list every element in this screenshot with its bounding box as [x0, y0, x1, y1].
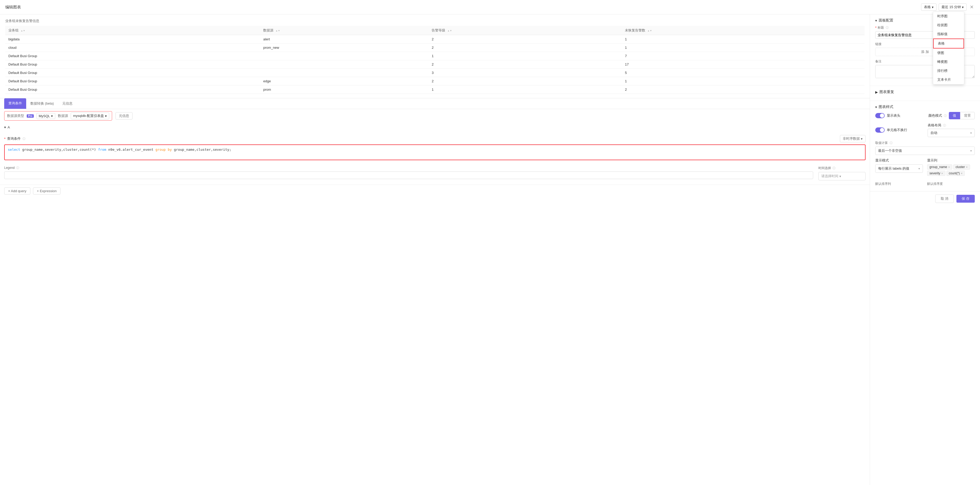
no-wrap-toggle[interactable] [875, 128, 885, 132]
show-header-toggle[interactable] [875, 113, 885, 118]
sort-icon: ▲▼ [21, 29, 25, 32]
dropdown-item-pie[interactable]: 饼图 [933, 48, 964, 57]
chart-style-section: ▾ 图表样式 显示表头 颜色模式 ⓘ 值 背景 [870, 101, 980, 191]
tag-label: group_name [929, 165, 947, 169]
sort-icon: ▲▼ [648, 29, 652, 32]
chart-repeat-header[interactable]: ▶ 图表重复 [875, 90, 975, 94]
cell-count: 1 [622, 77, 864, 85]
table-row: Default Busi Group edge 2 1 [5, 77, 864, 85]
dropdown-item-metric[interactable]: 指标值 [933, 30, 964, 38]
meta-button[interactable]: 元信息 [116, 112, 132, 120]
tab-meta-info[interactable]: 元信息 [58, 99, 77, 109]
dropdown-item-ranking[interactable]: 排行榜 [933, 66, 964, 75]
datasource-label: 数据源 [58, 113, 68, 118]
query-condition-label: 查询条件 [7, 136, 21, 141]
col-header-unresolved[interactable]: 未恢复告警数 ▲▼ [622, 26, 864, 35]
dropdown-item-table[interactable]: 表格 [933, 38, 964, 48]
tag-close-button[interactable]: × [961, 172, 963, 175]
layout-label: 表格布局 ⓘ [928, 123, 975, 128]
chart-type-button[interactable]: 表格 ▾ [921, 3, 937, 11]
time-range-button[interactable]: 最近 15 分钟 ▾ [939, 3, 967, 11]
non-time-button[interactable]: 非时序数据 ▾ [840, 135, 865, 142]
tag-close-button[interactable]: × [948, 166, 950, 169]
cell-level: 1 [428, 85, 622, 94]
cancel-button[interactable]: 取 消 [935, 195, 954, 203]
chevron-down-icon: ▾ [875, 19, 877, 22]
cell-count: 1 [622, 43, 864, 52]
cell-level: 2 [428, 43, 622, 52]
color-mode-background[interactable]: 背景 [960, 112, 975, 119]
sql-table: n9e_v6.alert_cur_event [108, 148, 156, 152]
chevron-down-icon: ▾ [861, 137, 863, 141]
col-header-alert-level[interactable]: 告警等级 ▲▼ [428, 26, 622, 35]
save-button[interactable]: 保 存 [956, 195, 975, 203]
tab-query-condition[interactable]: 查询条件 [4, 98, 26, 109]
cell-level: 3 [428, 69, 622, 77]
tag-cluster: cluster × [953, 164, 970, 170]
chevron-right-icon: ▶ [875, 90, 878, 94]
cell-level: 2 [428, 60, 622, 69]
display-columns-row: 显示模式 每行展示 labels 的值 ▾ 显示列 group_name × [875, 158, 975, 179]
tag-close-button[interactable]: × [966, 166, 967, 169]
legend-time-row: Legend ⓘ 时间选择 ⓘ 请选择时间 ▾ [0, 163, 870, 185]
dropdown-item-heatmap[interactable]: 蜂窝图 [933, 57, 964, 66]
calc-label: 取值计算 ⓘ [875, 141, 975, 145]
calc-select[interactable]: 最后一个非空值 ▾ [875, 147, 975, 155]
chevron-down-icon: ▾ [932, 5, 934, 9]
chevron-down-icon: ▾ [962, 5, 964, 9]
tag-label: cluster [956, 165, 965, 169]
cell-business: Default Busi Group [5, 77, 260, 85]
chevron-down-icon: ▾ [875, 105, 877, 109]
add-query-button[interactable]: + Add query [4, 187, 30, 195]
cell-datasource: alert [260, 35, 428, 43]
dropdown-item-text-card[interactable]: 文本卡片 [933, 75, 964, 84]
tag-group-name: group_name × [927, 164, 952, 170]
cell-level: 2 [428, 77, 622, 85]
col-header-business-group[interactable]: 业务组 ▲▼ [5, 26, 260, 35]
dropdown-item-bar[interactable]: 柱状图 [933, 21, 964, 30]
datasource-config-row: 数据源类型 Pro MySQL ▾ 数据源 mysqldb-配置仪表盘 ▾ [4, 111, 112, 121]
chevron-down-icon: ▾ [4, 125, 6, 129]
chart-style-header[interactable]: ▾ 图表样式 [875, 105, 975, 109]
display-mode-select[interactable]: 每行展示 labels 的值 ▾ [875, 164, 923, 173]
display-mode-col: 显示模式 每行展示 labels 的值 ▾ [875, 158, 923, 176]
query-area: 查询条件 数据转换 (beta) 元信息 数据源类型 Pro MySQL ▾ [0, 98, 870, 197]
cell-datasource [260, 52, 428, 60]
required-star: * [4, 137, 5, 141]
table-preview: 业务组未恢复告警信息 业务组 ▲▼ 数据源 ▲▼ 告警等级 [0, 14, 870, 98]
info-icon: ⓘ [832, 166, 835, 170]
table-row: Default Busi Group 3 5 [5, 69, 864, 77]
group-section-header[interactable]: ▾ A [0, 123, 870, 132]
legend-input[interactable] [4, 171, 813, 179]
columns-col: 显示列 group_name × cluster × severity × [927, 158, 975, 176]
tag-label: severity [929, 171, 940, 175]
add-expression-button[interactable]: + Expression [33, 187, 61, 195]
time-select-col: 时间选择 ⓘ 请选择时间 ▾ [818, 166, 865, 180]
close-button[interactable]: ✕ [969, 3, 975, 11]
datasource-value-select[interactable]: mysqldb-配置仪表盘 ▾ [71, 112, 109, 119]
sort-order-col: 默认排序度 [927, 182, 975, 187]
cell-datasource: prom_new [260, 43, 428, 52]
table-row: Default Busi Group 1 7 [5, 52, 864, 60]
right-panel: ▾ 面板配置 * 标题 ⓘ 链接 添 加 备注 [870, 14, 980, 485]
col-header-datasource[interactable]: 数据源 ▲▼ [260, 26, 428, 35]
info-icon: ⓘ [886, 26, 889, 30]
chevron-down-icon: ▾ [970, 149, 972, 153]
time-select-button[interactable]: 请选择时间 ▾ [818, 172, 865, 180]
cell-level: 2 [428, 35, 622, 43]
cell-business: cloud [5, 43, 260, 52]
dropdown-item-time-series[interactable]: 时序图 [933, 12, 964, 21]
tag-close-button[interactable]: × [941, 172, 943, 175]
color-mode-value[interactable]: 值 [949, 112, 960, 119]
mysql-select[interactable]: MySQL ▾ [37, 113, 55, 119]
chevron-down-icon: ▾ [839, 174, 841, 178]
layout-select[interactable]: 自动 ▾ [928, 129, 975, 137]
chevron-down-icon: ▾ [918, 167, 920, 171]
group-label: A [8, 125, 10, 129]
cell-count: 7 [622, 52, 864, 60]
tab-data-transform[interactable]: 数据转换 (beta) [26, 99, 58, 109]
cell-level: 1 [428, 52, 622, 60]
main-layout: 业务组未恢复告警信息 业务组 ▲▼ 数据源 ▲▼ 告警等级 [0, 14, 980, 485]
sql-input-box[interactable]: select group_name,severity,cluster,count… [4, 144, 865, 160]
page-header: 编辑图表 表格 ▾ 最近 15 分钟 ▾ ✕ [0, 0, 980, 14]
